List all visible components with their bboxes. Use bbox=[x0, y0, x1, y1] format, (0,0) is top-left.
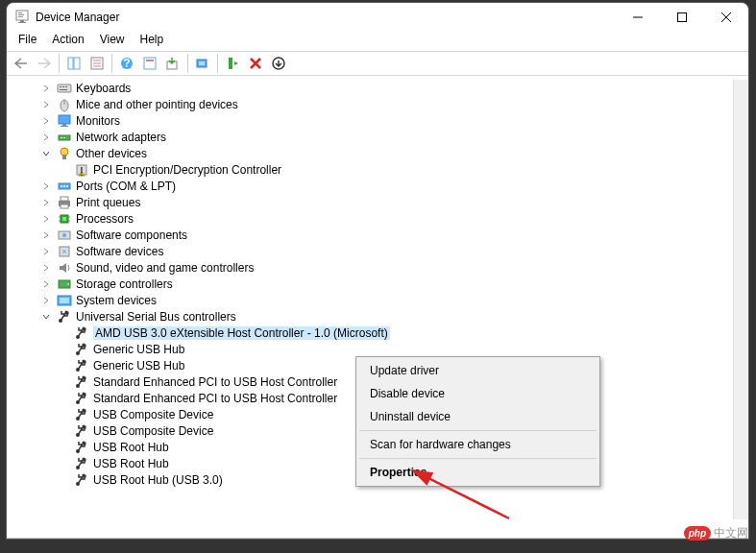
tree-item[interactable]: Processors bbox=[7, 210, 748, 227]
svg-rect-1 bbox=[18, 12, 22, 13]
tree-item[interactable]: Network adapters bbox=[7, 129, 748, 145]
chevron-right-icon[interactable] bbox=[39, 228, 53, 242]
menu-view[interactable]: View bbox=[92, 32, 133, 51]
expander-spacer bbox=[57, 392, 70, 405]
tree-item-label: Generic USB Hub bbox=[93, 359, 184, 373]
update-driver-button[interactable] bbox=[162, 53, 183, 74]
minimize-button[interactable] bbox=[616, 3, 660, 32]
tree-item[interactable]: Sound, video and game controllers bbox=[7, 259, 748, 276]
svg-rect-19 bbox=[146, 60, 154, 61]
context-menu-item[interactable]: Uninstall device bbox=[358, 405, 597, 428]
maximize-button[interactable] bbox=[660, 3, 704, 32]
close-button[interactable] bbox=[704, 3, 748, 32]
enable-button[interactable] bbox=[222, 53, 243, 74]
window-controls bbox=[616, 3, 748, 32]
tree-item[interactable]: Print queues bbox=[7, 194, 748, 210]
watermark-badge: php bbox=[684, 526, 711, 541]
tree-item[interactable]: Universal Serial Bus controllers bbox=[7, 308, 748, 325]
chevron-right-icon[interactable] bbox=[39, 212, 53, 226]
scan-button[interactable] bbox=[192, 53, 213, 74]
tree-item-label: USB Composite Device bbox=[93, 408, 213, 421]
chevron-down-icon[interactable] bbox=[39, 310, 53, 324]
tree-item[interactable]: AMD USB 3.0 eXtensible Host Controller -… bbox=[7, 325, 748, 341]
chevron-right-icon[interactable] bbox=[39, 294, 53, 307]
chevron-right-icon[interactable] bbox=[39, 180, 53, 193]
tree-item-label: Keyboards bbox=[76, 82, 131, 95]
chevron-right-icon[interactable] bbox=[39, 245, 53, 258]
help-button[interactable]: ? bbox=[116, 53, 137, 74]
toolbar-separator bbox=[59, 54, 60, 73]
tree-item[interactable]: Software devices bbox=[7, 243, 748, 259]
tree-item-label: System devices bbox=[76, 294, 157, 307]
tree-item[interactable]: Monitors bbox=[7, 112, 748, 129]
uninstall-button[interactable] bbox=[245, 53, 266, 74]
context-menu-item[interactable]: Disable device bbox=[358, 382, 597, 405]
tree-item-label: Other devices bbox=[76, 147, 147, 160]
expander-spacer bbox=[57, 359, 70, 373]
tree-item-label: USB Root Hub (USB 3.0) bbox=[93, 473, 223, 487]
chevron-right-icon[interactable] bbox=[39, 131, 53, 144]
tree-item-label: AMD USB 3.0 eXtensible Host Controller -… bbox=[93, 326, 390, 340]
context-menu-item[interactable]: Properties bbox=[358, 461, 597, 484]
menu-help[interactable]: Help bbox=[133, 32, 172, 51]
chevron-right-icon[interactable] bbox=[39, 82, 53, 95]
other-icon bbox=[57, 146, 72, 161]
tree-item[interactable]: Software components bbox=[7, 227, 748, 243]
svg-rect-2 bbox=[18, 14, 24, 15]
chevron-right-icon[interactable] bbox=[39, 98, 53, 111]
monitor-icon bbox=[57, 113, 72, 129]
toolbar-separator bbox=[111, 54, 112, 73]
usb-icon bbox=[74, 391, 89, 406]
svg-rect-5 bbox=[18, 22, 26, 23]
tree-item-label: Standard Enhanced PCI to USB Host Contro… bbox=[93, 392, 337, 405]
action-button[interactable] bbox=[139, 53, 160, 74]
context-menu-item[interactable]: Scan for hardware changes bbox=[358, 433, 597, 456]
usb-icon bbox=[74, 325, 89, 341]
tree-item-label: PCI Encryption/Decryption Controller bbox=[93, 163, 281, 177]
expander-spacer bbox=[57, 375, 70, 389]
scrollbar-track[interactable] bbox=[733, 80, 748, 519]
tree-item[interactable]: Other devices bbox=[7, 145, 748, 161]
svg-rect-11 bbox=[74, 58, 80, 69]
tree-item[interactable]: PCI Encryption/Decryption Controller bbox=[7, 161, 748, 178]
properties-button[interactable] bbox=[86, 53, 108, 74]
tree-item[interactable]: System devices bbox=[7, 292, 748, 308]
tree-item[interactable]: Keyboards bbox=[7, 80, 748, 96]
tree-item-label: Monitors bbox=[76, 114, 120, 128]
menu-file[interactable]: File bbox=[11, 32, 44, 51]
chevron-right-icon[interactable] bbox=[39, 114, 53, 128]
svg-rect-10 bbox=[68, 58, 73, 69]
chevron-right-icon[interactable] bbox=[39, 196, 53, 209]
context-menu-separator bbox=[359, 430, 597, 431]
forward-button[interactable] bbox=[34, 53, 55, 74]
svg-rect-18 bbox=[144, 58, 156, 69]
back-button[interactable] bbox=[11, 53, 32, 74]
system-icon bbox=[57, 293, 72, 308]
cpu-icon bbox=[57, 211, 72, 227]
storage-icon bbox=[57, 276, 72, 292]
usb-icon bbox=[74, 423, 89, 439]
toolbar: ? bbox=[7, 51, 748, 76]
svg-rect-7 bbox=[678, 13, 687, 22]
tree-item-label: USB Root Hub bbox=[93, 457, 169, 470]
tree-item[interactable]: Mice and other pointing devices bbox=[7, 96, 748, 112]
usb-icon bbox=[57, 309, 72, 325]
port-icon bbox=[57, 179, 72, 194]
tree-item[interactable]: Generic USB Hub bbox=[7, 341, 748, 357]
chevron-right-icon[interactable] bbox=[39, 261, 53, 275]
usb-icon bbox=[74, 407, 89, 422]
context-menu-separator bbox=[359, 458, 597, 459]
sound-icon bbox=[57, 260, 72, 276]
tree-item-label: Sound, video and game controllers bbox=[76, 261, 254, 275]
chevron-down-icon[interactable] bbox=[39, 147, 53, 160]
chevron-right-icon[interactable] bbox=[39, 277, 53, 291]
tree-item[interactable]: Ports (COM & LPT) bbox=[7, 178, 748, 194]
keyboard-icon bbox=[57, 81, 72, 96]
show-hide-tree-button[interactable] bbox=[63, 53, 85, 74]
context-menu-item[interactable]: Update driver bbox=[358, 359, 597, 382]
expander-spacer bbox=[57, 457, 70, 470]
disable-button[interactable] bbox=[268, 53, 289, 74]
tree-item[interactable]: Storage controllers bbox=[7, 276, 748, 292]
menu-action[interactable]: Action bbox=[44, 32, 91, 51]
usb-icon bbox=[74, 456, 89, 471]
